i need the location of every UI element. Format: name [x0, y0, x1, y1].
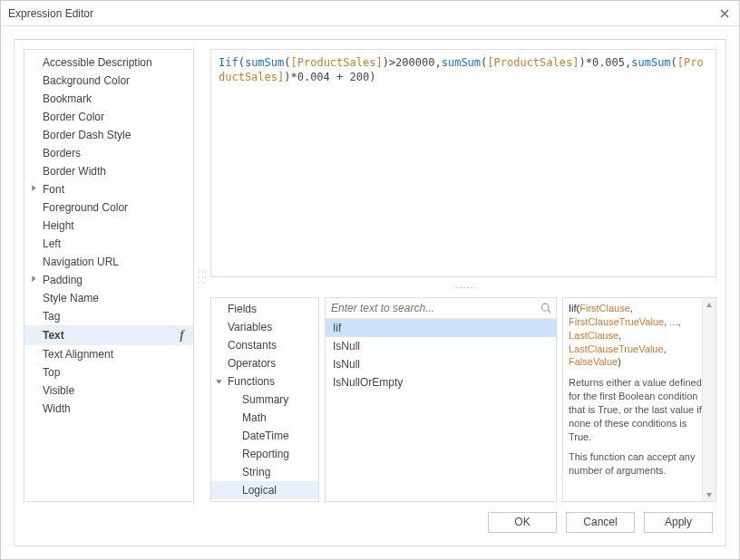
category-label: Fields — [228, 303, 257, 315]
category-item[interactable]: Math — [211, 409, 318, 427]
category-label: Operators — [228, 357, 276, 370]
scroll-down-icon[interactable] — [703, 488, 716, 501]
svg-point-5 — [541, 304, 549, 311]
svg-marker-2 — [32, 185, 36, 191]
chevron-right-icon[interactable] — [30, 184, 38, 192]
horizontal-splitter[interactable]: ⋯⋯⋯ — [210, 283, 716, 292]
window-title: Expression Editor — [8, 7, 717, 20]
right-column: Iif(sumSum([ProductSales])>200000,sumSum… — [210, 49, 716, 502]
dialog-inner: Accessible DescriptionBackground ColorBo… — [14, 39, 726, 546]
category-label: Functions — [228, 375, 275, 388]
property-item[interactable]: Bookmark — [24, 90, 193, 108]
function-item[interactable]: IsNullOrEmpty — [326, 373, 556, 391]
description-panel: Iif(FirstClause, FirstClauseTrueValue, .… — [562, 297, 716, 502]
function-item[interactable]: IsNull — [326, 355, 556, 373]
chevron-down-icon[interactable] — [215, 376, 223, 389]
category-label: String — [242, 466, 270, 478]
description-para-1: Returns either a value defined for the f… — [569, 376, 710, 443]
svg-marker-8 — [706, 493, 712, 497]
property-item[interactable]: Border Width — [24, 162, 193, 180]
category-item[interactable]: Summary — [211, 391, 318, 409]
property-item[interactable]: Top — [24, 363, 193, 381]
category-item[interactable]: Operators — [211, 354, 318, 372]
category-item[interactable]: Fields — [211, 300, 318, 318]
property-label: Height — [43, 219, 74, 232]
property-label: Padding — [43, 274, 83, 286]
property-label: Font — [43, 183, 64, 196]
property-label: Tag — [43, 310, 60, 323]
apply-button[interactable]: Apply — [644, 512, 713, 533]
property-item[interactable]: Accessible Description — [24, 53, 193, 72]
property-label: Top — [43, 366, 60, 379]
property-label: Foreground Color — [43, 201, 128, 214]
property-item[interactable]: Visible — [24, 381, 193, 400]
property-item[interactable]: Width — [24, 400, 193, 418]
property-label: Accessible Description — [43, 56, 152, 69]
description-para-2: This function can accept any number of a… — [569, 450, 710, 478]
property-label: Text Alignment — [43, 348, 113, 361]
property-item[interactable]: Padding — [24, 271, 193, 289]
bottom-row: FieldsVariablesConstantsOperatorsFunctio… — [210, 297, 716, 502]
property-item[interactable]: Style Name — [24, 289, 193, 307]
category-item[interactable]: String — [211, 463, 318, 481]
vertical-splitter[interactable]: ⋮⋮⋮ — [200, 49, 205, 502]
scroll-up-icon[interactable] — [703, 298, 716, 312]
property-label: Border Color — [43, 111, 104, 123]
signature: Iif(FirstClause, FirstClauseTrueValue, .… — [569, 302, 710, 369]
category-label: Constants — [228, 339, 277, 352]
property-item[interactable]: Left — [24, 235, 193, 253]
property-item[interactable]: Background Color — [24, 72, 193, 90]
svg-marker-3 — [32, 275, 36, 282]
main-area: Accessible DescriptionBackground ColorBo… — [24, 49, 716, 502]
property-label: Navigation URL — [43, 256, 119, 268]
property-item[interactable]: Textf — [24, 325, 193, 345]
ok-button[interactable]: OK — [488, 512, 557, 533]
category-label: Logical — [242, 484, 277, 497]
property-item[interactable]: Text Alignment — [24, 345, 193, 363]
property-label: Style Name — [43, 292, 99, 304]
property-item[interactable]: Height — [24, 217, 193, 235]
property-item[interactable]: Border Dash Style — [24, 126, 193, 144]
category-label: Reporting — [242, 448, 289, 460]
property-item[interactable]: Border Color — [24, 108, 193, 126]
chevron-right-icon[interactable] — [30, 275, 38, 283]
category-label: Variables — [228, 321, 272, 333]
category-label: DateTime — [242, 430, 289, 442]
category-item[interactable]: Logical — [211, 481, 318, 499]
search-icon[interactable] — [540, 302, 552, 314]
expression-editor-window: Expression Editor Accessible Description… — [0, 0, 740, 560]
expression-editor-textarea[interactable]: Iif(sumSum([ProductSales])>200000,sumSum… — [210, 49, 716, 277]
close-icon[interactable] — [717, 6, 732, 21]
category-item[interactable]: Functions — [211, 372, 318, 391]
search-input[interactable] — [329, 300, 540, 316]
search-wrap — [326, 298, 556, 319]
functions-list[interactable]: IifIsNullIsNullIsNullOrEmpty — [326, 319, 556, 501]
property-label: Bookmark — [43, 92, 92, 105]
property-label: Left — [43, 237, 61, 250]
category-item[interactable]: DateTime — [211, 427, 318, 445]
property-item[interactable]: Navigation URL — [24, 253, 193, 271]
property-label: Visible — [43, 384, 74, 397]
category-item[interactable]: Reporting — [211, 445, 318, 463]
function-item[interactable]: Iif — [326, 319, 556, 337]
svg-line-6 — [548, 310, 550, 313]
property-label: Text — [43, 329, 64, 342]
property-item[interactable]: Font — [24, 180, 193, 198]
category-item[interactable]: Constants — [211, 336, 318, 354]
fx-icon: f — [180, 328, 184, 343]
property-label: Border Width — [43, 165, 106, 178]
property-item[interactable]: Tag — [24, 307, 193, 325]
property-item[interactable]: Foreground Color — [24, 198, 193, 217]
cancel-button[interactable]: Cancel — [566, 512, 635, 533]
categories-panel[interactable]: FieldsVariablesConstantsOperatorsFunctio… — [210, 297, 319, 502]
scrollbar[interactable] — [702, 298, 716, 501]
property-label: Width — [43, 402, 71, 415]
svg-marker-4 — [216, 380, 222, 384]
property-item[interactable]: Borders — [24, 144, 193, 162]
category-item[interactable]: Variables — [211, 318, 318, 336]
function-item[interactable]: IsNull — [326, 337, 556, 355]
property-label: Border Dash Style — [43, 129, 131, 141]
property-label: Background Color — [43, 74, 130, 87]
svg-marker-7 — [706, 303, 712, 307]
properties-panel[interactable]: Accessible DescriptionBackground ColorBo… — [24, 49, 194, 502]
